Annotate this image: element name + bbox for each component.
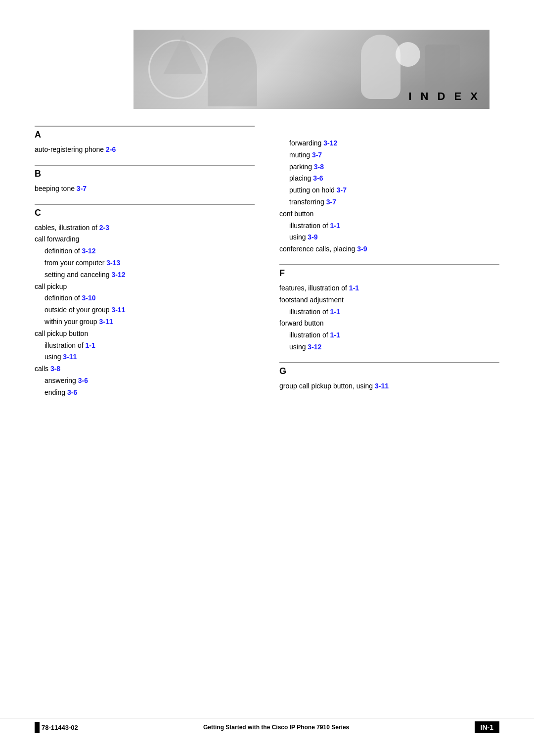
link-3-7-hold[interactable]: 3-7 (337, 186, 347, 194)
link-3-6-place[interactable]: 3-6 (313, 174, 323, 182)
footer-page: IN-1 (475, 721, 499, 733)
section-g-heading: G (279, 362, 499, 377)
link-1-1-conf[interactable]: 1-1 (330, 222, 340, 230)
link-3-11-use[interactable]: 3-11 (63, 353, 77, 361)
link-3-11-in[interactable]: 3-11 (99, 318, 113, 326)
list-item: illustration of 1-1 (289, 220, 499, 232)
link-3-6-ans[interactable]: 3-6 (78, 377, 88, 384)
list-item: muting 3-7 (289, 149, 499, 161)
link-1-1-feat[interactable]: 1-1 (349, 284, 359, 292)
section-a: A auto-registering phone 2-6 (35, 126, 255, 156)
list-item: outside of your group 3-11 (44, 304, 255, 316)
list-item: illustration of 1-1 (289, 330, 499, 341)
list-item: within your group 3-11 (44, 316, 255, 328)
footer-bar (35, 722, 40, 733)
left-column: A auto-registering phone 2-6 B beeping t… (35, 124, 274, 408)
link-3-9-conf[interactable]: 3-9 (308, 233, 317, 241)
index-label: I N D E X (408, 90, 481, 103)
list-item: forwarding 3-12 (289, 138, 499, 149)
list-item: using 3-11 (44, 351, 255, 363)
footer-title: Getting Started with the Cisco IP Phone … (203, 724, 349, 731)
section-g: G group call pickup button, using 3-11 (279, 362, 499, 392)
list-item: putting on hold 3-7 (289, 185, 499, 196)
link-3-7-beep[interactable]: 3-7 (77, 185, 87, 192)
section-a-heading: A (35, 126, 255, 140)
link-3-12-set[interactable]: 3-12 (111, 271, 125, 279)
list-item: footstand adjustment (279, 294, 499, 306)
link-3-10[interactable]: 3-10 (82, 294, 96, 302)
list-item: using 3-9 (289, 232, 499, 243)
list-item: beeping tone 3-7 (35, 183, 255, 195)
section-f-heading: F (279, 264, 499, 279)
link-3-8-park[interactable]: 3-8 (314, 163, 324, 171)
link-3-11-out[interactable]: 3-11 (111, 306, 125, 314)
list-item: transferring 3-7 (289, 196, 499, 208)
section-c: C cables, illustration of 2-3 call forwa… (35, 204, 255, 399)
list-item: placing 3-6 (289, 173, 499, 185)
link-3-8-calls[interactable]: 3-8 (50, 365, 60, 373)
list-item: calls 3-8 (35, 363, 255, 375)
link-3-12-def[interactable]: 3-12 (82, 247, 96, 255)
section-b: B beeping tone 3-7 (35, 165, 255, 195)
link-2-3[interactable]: 2-3 (99, 224, 109, 232)
list-item: definition of 3-12 (44, 245, 255, 257)
link-3-7-xfer[interactable]: 3-7 (326, 198, 336, 206)
main-content: A auto-registering phone 2-6 B beeping t… (35, 124, 499, 408)
list-item: cables, illustration of 2-3 (35, 222, 255, 234)
list-item: forward button (279, 318, 499, 330)
section-b-heading: B (35, 165, 255, 179)
list-item: call pickup (35, 281, 255, 293)
link-1-1-fwd[interactable]: 1-1 (330, 331, 340, 339)
list-item: illustration of 1-1 (44, 340, 255, 352)
header-banner: I N D E X (134, 30, 490, 109)
right-column: forwarding 3-12 muting 3-7 parking 3-8 p… (274, 124, 499, 408)
list-item: conf button (279, 208, 499, 220)
list-item: answering 3-6 (44, 375, 255, 387)
list-item: conference calls, placing 3-9 (279, 243, 499, 255)
footer-left-area: 78-11443-02 (35, 722, 78, 733)
list-item: call forwarding (35, 234, 255, 245)
list-item: ending 3-6 (44, 387, 255, 399)
link-3-11-grp[interactable]: 3-11 (375, 382, 389, 390)
link-2-6[interactable]: 2-6 (106, 145, 116, 153)
list-item: call pickup button (35, 328, 255, 340)
link-3-13[interactable]: 3-13 (106, 259, 120, 267)
list-item: setting and canceling 3-12 (44, 269, 255, 281)
banner-person (361, 35, 400, 99)
link-1-1-foot[interactable]: 1-1 (330, 308, 340, 316)
list-item: group call pickup button, using 3-11 (279, 380, 499, 392)
section-c-heading: C (35, 204, 255, 218)
section-c-right: forwarding 3-12 muting 3-7 parking 3-8 p… (279, 124, 499, 255)
link-3-9-cc[interactable]: 3-9 (357, 245, 367, 253)
link-3-12-use[interactable]: 3-12 (308, 343, 321, 351)
footer-doc-number: 78-11443-02 (42, 724, 78, 731)
list-item: using 3-12 (289, 341, 499, 353)
link-3-6-end[interactable]: 3-6 (67, 388, 77, 396)
list-item: auto-registering phone 2-6 (35, 144, 255, 156)
banner-circle (396, 42, 420, 67)
link-3-12-fwd[interactable]: 3-12 (323, 139, 337, 147)
list-item: features, illustration of 1-1 (279, 283, 499, 294)
banner-decoration-3 (208, 37, 257, 106)
link-1-1-cpb[interactable]: 1-1 (85, 341, 95, 349)
list-item: from your computer 3-13 (44, 257, 255, 269)
footer: 78-11443-02 Getting Started with the Cis… (0, 718, 534, 736)
list-item: definition of 3-10 (44, 292, 255, 304)
list-item: illustration of 1-1 (289, 306, 499, 318)
banner-rect (425, 45, 460, 94)
list-item: parking 3-8 (289, 161, 499, 173)
link-3-7-mute[interactable]: 3-7 (312, 151, 322, 159)
section-f: F features, illustration of 1-1 footstan… (279, 264, 499, 353)
